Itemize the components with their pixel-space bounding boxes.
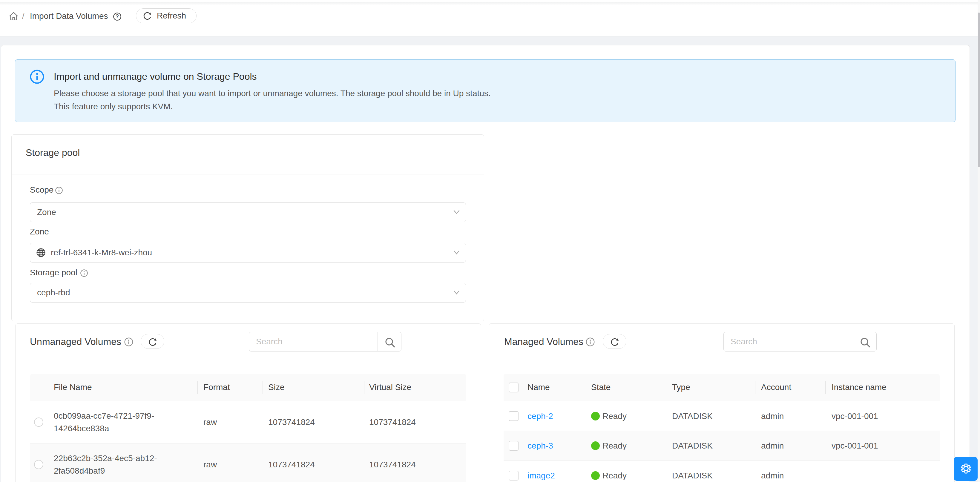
svg-text:?: ? (116, 13, 119, 19)
